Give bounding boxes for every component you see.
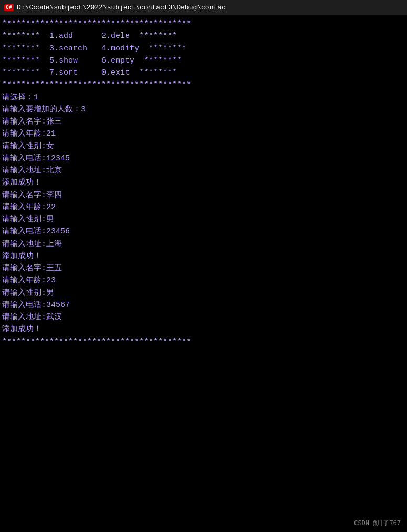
terminal-line: ******** 1.add 2.dele ********	[2, 30, 405, 42]
terminal-line: 请输入性别:男	[2, 213, 405, 226]
title-bar-path: D:\Ccode\subject\2022\subject\contact3\D…	[17, 4, 226, 12]
terminal-line: 请输入地址:武汉	[2, 311, 405, 323]
title-bar-icon: C#	[4, 4, 14, 11]
terminal-line: 添加成功！	[2, 323, 405, 335]
terminal-line: 请输入性别:女	[2, 140, 405, 152]
terminal-line: 请选择：1	[2, 91, 405, 104]
terminal-line: ******** 7.sort 0.exit ********	[2, 67, 405, 79]
terminal-line: 请输入电话:23456	[2, 226, 405, 238]
terminal-line: 请输入名字:王五	[2, 262, 405, 274]
terminal-line: 请输入电话:12345	[2, 152, 405, 165]
terminal-line: 请输入性别:男	[2, 287, 405, 299]
terminal-line: 添加成功！	[2, 177, 405, 189]
terminal-line: ******** 5.show 6.empty ********	[2, 55, 405, 67]
terminal-line: ****************************************	[2, 18, 405, 30]
terminal-line: 请输入名字:李四	[2, 189, 405, 201]
terminal-line: 请输入电话:34567	[2, 299, 405, 311]
terminal-line: 请输入要增加的人数：3	[2, 104, 405, 116]
terminal-line: 请输入年龄:22	[2, 201, 405, 213]
terminal-line: 请输入地址:北京	[2, 165, 405, 177]
terminal-line: 请输入年龄:21	[2, 128, 405, 140]
terminal-line: ****************************************	[2, 79, 405, 91]
terminal-line: 添加成功！	[2, 250, 405, 262]
terminal-window: ****************************************…	[0, 15, 407, 532]
terminal-line: 请输入年龄:23	[2, 274, 405, 287]
title-bar: C# D:\Ccode\subject\2022\subject\contact…	[0, 0, 407, 15]
terminal-line: ******** 3.search 4.modify ********	[2, 43, 405, 55]
terminal-line: 请输入地址:上海	[2, 238, 405, 250]
watermark: CSDN @川子767	[354, 519, 401, 528]
terminal-line: 请输入名字:张三	[2, 116, 405, 128]
terminal-line: ****************************************	[2, 336, 405, 348]
